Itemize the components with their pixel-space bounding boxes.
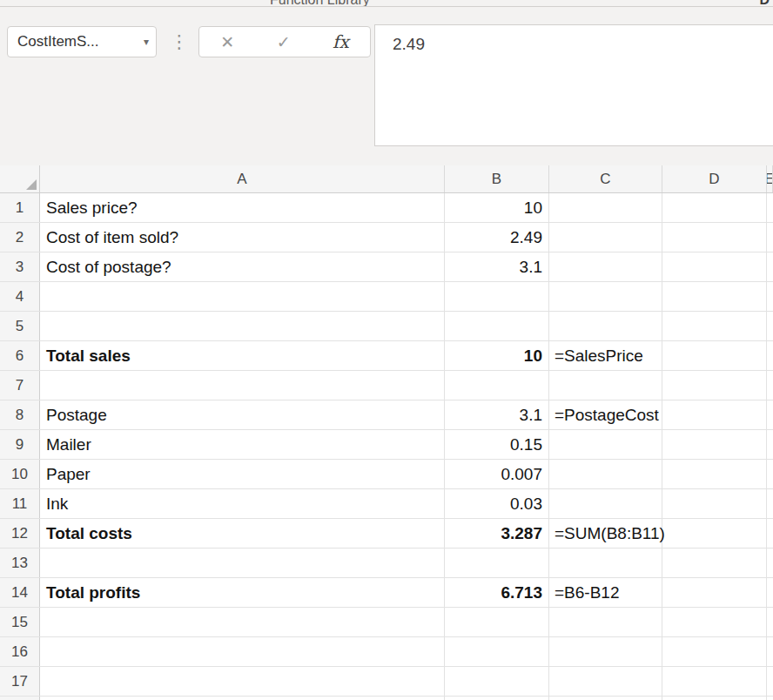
cell-B7[interactable] [445, 371, 549, 400]
cell-B12[interactable]: 3.287 [445, 519, 549, 548]
cell-E18[interactable] [767, 697, 773, 700]
column-header-B[interactable]: B [445, 165, 549, 192]
cell-D3[interactable] [662, 252, 767, 281]
cell-E8[interactable] [767, 400, 773, 429]
cell-B18[interactable] [445, 697, 549, 700]
cell-E11[interactable] [767, 489, 773, 518]
cell-C12[interactable]: =SUM(B8:B11) [549, 519, 662, 548]
cell-D17[interactable] [662, 667, 767, 696]
cell-E5[interactable] [767, 312, 773, 340]
row-header-5[interactable]: 5 [0, 312, 40, 340]
cell-A16[interactable] [40, 637, 445, 666]
cell-B16[interactable] [445, 637, 549, 666]
cell-D16[interactable] [662, 637, 767, 666]
cell-D10[interactable] [662, 460, 767, 488]
cell-D6[interactable] [662, 341, 767, 370]
cell-E2[interactable] [767, 223, 773, 252]
cell-E1[interactable] [767, 193, 773, 222]
row-header-4[interactable]: 4 [0, 282, 40, 311]
cell-B8[interactable]: 3.1 [445, 400, 549, 429]
column-header-E[interactable]: E [767, 165, 773, 192]
cell-C18[interactable] [549, 697, 662, 700]
cell-D7[interactable] [662, 371, 767, 400]
cell-E9[interactable] [767, 430, 773, 459]
cell-A3[interactable]: Cost of postage? [40, 252, 445, 281]
cell-D5[interactable] [662, 312, 767, 340]
cell-D8[interactable] [662, 400, 767, 429]
cell-B11[interactable]: 0.03 [445, 489, 549, 518]
cell-E12[interactable] [767, 519, 773, 548]
cell-E13[interactable] [767, 549, 773, 577]
cell-A4[interactable] [40, 282, 445, 311]
column-header-A[interactable]: A [40, 165, 445, 192]
cell-E4[interactable] [767, 282, 773, 311]
row-header-8[interactable]: 8 [0, 400, 40, 429]
cell-B3[interactable]: 3.1 [445, 252, 549, 281]
row-header-14[interactable]: 14 [0, 578, 40, 607]
cell-C6[interactable]: =SalesPrice [549, 341, 662, 370]
cell-D13[interactable] [662, 549, 767, 577]
enter-icon[interactable]: ✓ [277, 34, 291, 50]
row-header-13[interactable]: 13 [0, 549, 40, 577]
row-header-1[interactable]: 1 [0, 193, 40, 222]
cell-D4[interactable] [662, 282, 767, 311]
row-header-7[interactable]: 7 [0, 371, 40, 400]
cell-C11[interactable] [549, 489, 662, 518]
cell-A14[interactable]: Total profits [40, 578, 445, 607]
cell-D9[interactable] [662, 430, 767, 459]
cell-E3[interactable] [767, 252, 773, 281]
cell-C14[interactable]: =B6-B12 [549, 578, 662, 607]
cell-C5[interactable] [549, 312, 662, 340]
cell-A12[interactable]: Total costs [40, 519, 445, 548]
cell-E6[interactable] [767, 341, 773, 370]
cell-A18[interactable] [40, 697, 445, 700]
cell-E17[interactable] [767, 667, 773, 696]
formula-bar-options-icon[interactable]: ⋮ [173, 30, 185, 54]
cell-B9[interactable]: 0.15 [445, 430, 549, 459]
cell-C15[interactable] [549, 608, 662, 636]
cell-A2[interactable]: Cost of item sold? [40, 223, 445, 252]
cell-A7[interactable] [40, 371, 445, 400]
formula-bar-input[interactable]: 2.49 [374, 24, 773, 146]
cell-B13[interactable] [445, 549, 549, 577]
row-header-17[interactable]: 17 [0, 667, 40, 696]
cell-C16[interactable] [549, 637, 662, 666]
cell-C8[interactable]: =PostageCost [549, 400, 662, 429]
cell-B17[interactable] [445, 667, 549, 696]
cell-E7[interactable] [767, 371, 773, 400]
cell-E10[interactable] [767, 460, 773, 488]
row-header-18[interactable] [0, 697, 40, 700]
cell-C1[interactable] [549, 193, 662, 222]
row-header-11[interactable]: 11 [0, 489, 40, 518]
row-header-3[interactable]: 3 [0, 252, 40, 281]
column-header-C[interactable]: C [549, 165, 662, 192]
cell-B15[interactable] [445, 608, 549, 636]
cell-C13[interactable] [549, 549, 662, 577]
cell-A1[interactable]: Sales price? [40, 193, 445, 222]
cell-A10[interactable]: Paper [40, 460, 445, 488]
row-header-16[interactable]: 16 [0, 637, 40, 666]
row-header-10[interactable]: 10 [0, 460, 40, 488]
cell-D15[interactable] [662, 608, 767, 636]
row-header-12[interactable]: 12 [0, 519, 40, 548]
row-header-2[interactable]: 2 [0, 223, 40, 252]
cell-B1[interactable]: 10 [445, 193, 549, 222]
cell-C3[interactable] [549, 252, 662, 281]
cell-C17[interactable] [549, 667, 662, 696]
row-header-6[interactable]: 6 [0, 341, 40, 370]
cell-C10[interactable] [549, 460, 662, 488]
cell-D11[interactable] [662, 489, 767, 518]
cell-C9[interactable] [549, 430, 662, 459]
cell-C4[interactable] [549, 282, 662, 311]
cell-C2[interactable] [549, 223, 662, 252]
cell-D1[interactable] [662, 193, 767, 222]
cell-A15[interactable] [40, 608, 445, 636]
cancel-icon[interactable]: ✕ [220, 34, 234, 50]
cell-D2[interactable] [662, 223, 767, 252]
name-box[interactable]: CostItemS... ▾ [7, 26, 157, 57]
row-header-15[interactable]: 15 [0, 608, 40, 636]
select-all-corner[interactable] [0, 165, 40, 192]
cell-A17[interactable] [40, 667, 445, 696]
insert-function-icon[interactable]: fx [333, 33, 349, 50]
row-header-9[interactable]: 9 [0, 430, 40, 459]
